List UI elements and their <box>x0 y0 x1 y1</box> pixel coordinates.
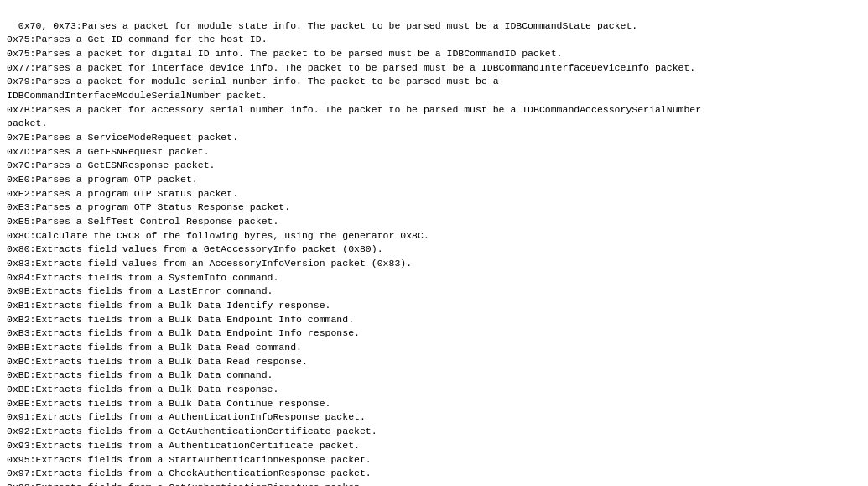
code-block: 0x70, 0x73:Parses a packet for module st… <box>7 20 701 486</box>
documentation-content: 0x70, 0x73:Parses a packet for module st… <box>0 0 868 486</box>
